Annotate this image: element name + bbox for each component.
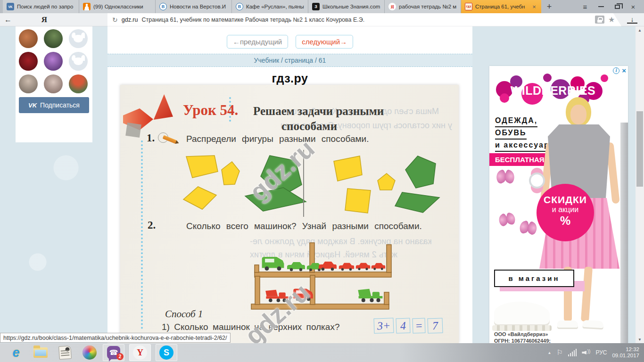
mediaget-sphere-icon[interactable] [81, 344, 98, 361]
site-title: гдз.ру [107, 72, 472, 85]
ad-legal-line2: ОГРН: 1067746062449; [494, 337, 573, 343]
next-page-button[interactable]: следующий→ [296, 35, 353, 49]
viber-taskbar-button[interactable]: ☎ 2 [103, 344, 124, 361]
refresh-icon[interactable]: ↻ [112, 16, 118, 24]
wildberries-brand-text: WILDBERRIES [494, 84, 612, 98]
yandex-logo[interactable]: Я [16, 15, 73, 25]
download-icon[interactable]: ↓ [627, 16, 637, 24]
task1-number: 1. [147, 132, 155, 144]
product-shoe-photo [494, 302, 550, 326]
minimize-button[interactable] [594, 1, 608, 12]
back-button[interactable]: ← [0, 16, 16, 24]
internet-explorer-icon[interactable]: e [8, 344, 25, 361]
minimize-icon [598, 6, 604, 7]
url-page-title: Страница 61, учебник по математике Рабоч… [141, 16, 591, 23]
model-leg [581, 267, 593, 322]
new-tab-button[interactable]: + [541, 0, 557, 13]
avatar[interactable] [44, 74, 63, 93]
tab-yandex-search[interactable]: Я рабочая тетрадь №2 м [385, 0, 461, 13]
skype-icon: S [159, 346, 173, 360]
znanija-favicon-icon: З [312, 3, 320, 10]
language-indicator[interactable]: РУС [595, 349, 607, 356]
tab-odnoklassniki[interactable]: (99) Одноклассники [79, 0, 156, 13]
tab-cafe-ruslan[interactable]: В Кафе «Руслан», пьяны [232, 0, 308, 13]
hidden-icons-expand-icon[interactable]: ▲ [548, 351, 552, 355]
tab-title: Кафе «Руслан», пьяны [246, 4, 304, 9]
tab-znanija[interactable]: З Школьные Знания.com [308, 0, 385, 13]
verstov-favicon-icon: В [159, 3, 167, 10]
tab-title: (99) Одноклассники [93, 4, 151, 9]
notes-app-icon[interactable] [57, 344, 74, 361]
vertical-scrollbar[interactable]: ▲ ▼ [636, 26, 644, 343]
tab-title: Новости на Верстов.И [170, 4, 228, 9]
ad-headline-line2: ОБУВЬ [495, 127, 527, 140]
system-tray: ▲ ⚐ РУС 12:32 09.01.2017 [548, 346, 644, 359]
action-center-flag-icon[interactable]: ⚐ [556, 348, 562, 357]
skype-taskbar-button[interactable]: S [156, 344, 177, 361]
lesson-number: Урок 54. [183, 102, 238, 119]
scroll-down-icon[interactable]: ▼ [636, 336, 644, 343]
discount-line3: % [537, 214, 594, 228]
previous-page-button[interactable]: ←предыдущий [227, 35, 288, 49]
ad-legal-line1: ООО «Вайлдберриз» [494, 331, 573, 337]
address-bar: ← Я ↻ gdz.ru Страница 61, учебник по мат… [0, 13, 644, 26]
restore-button[interactable] [610, 1, 624, 12]
answer-cell: 3+ [373, 318, 394, 333]
tab-verstov-news[interactable]: В Новости на Верстов.И [156, 0, 232, 13]
model-face [570, 105, 586, 124]
tab-vk-search[interactable]: VK Поиск людей по запро [3, 0, 79, 13]
tab-gdz-page-61-active[interactable]: ГДЗ Страница 61, учебн × [461, 0, 541, 13]
avatar[interactable] [44, 29, 63, 48]
browser-tab-bar: VK Поиск людей по запро (99) Одноклассни… [0, 0, 644, 13]
yandex-browser-taskbar-button[interactable]: Y [129, 344, 151, 361]
wildberries-ad-banner[interactable]: i × WILDBERRIES ОДЕЖДА, ОБУВЬ и аксессуа… [489, 66, 628, 343]
ad-legal-text: ООО «Вайлдберриз» ОГРН: 1067746062449; 1… [494, 331, 573, 343]
vk-logo-icon: VK [28, 102, 37, 109]
shop-button[interactable]: в магазин [494, 270, 574, 287]
workbook-page-image: Миша съел одну грушу, а Коля 3 груши у н… [120, 85, 459, 343]
url-field[interactable]: ↻ gdz.ru Страница 61, учебник по математ… [107, 13, 621, 26]
ad-headline-line1: ОДЕЖДА, [495, 115, 537, 127]
url-host: gdz.ru [122, 16, 138, 23]
photo-backdrop [620, 123, 628, 343]
avatar-placeholder-dog-icon[interactable] [69, 52, 88, 71]
avatar[interactable] [19, 29, 38, 48]
discount-line2: и акции [537, 206, 594, 214]
ad-close-icon[interactable]: × [622, 67, 626, 74]
avatar[interactable] [19, 74, 38, 93]
model-shoe [583, 320, 604, 328]
verstov-favicon-icon: В [236, 3, 243, 10]
bookmark-star-icon[interactable]: ★ [608, 15, 617, 24]
avatar-placeholder-dog-icon[interactable] [69, 29, 88, 48]
network-signal-icon[interactable] [568, 349, 577, 356]
avatar[interactable] [44, 52, 63, 71]
close-window-button[interactable]: × [626, 1, 640, 12]
scroll-up-icon[interactable]: ▲ [636, 26, 644, 34]
clock-date: 09.01.2017 [612, 353, 639, 359]
yandex-favicon-icon: Я [388, 3, 396, 10]
scrollbar-thumb[interactable] [636, 111, 643, 187]
tab-close-icon[interactable]: × [531, 3, 537, 10]
status-url-tooltip: https://gdz.ru/book/class-1/matematika/u… [0, 333, 231, 343]
avatar[interactable] [19, 52, 38, 71]
window-controls: ≡ × [578, 0, 644, 13]
file-explorer-icon[interactable] [32, 344, 49, 361]
tab-title: Поиск людей по запро [17, 4, 75, 9]
ad-info-icon[interactable]: i [613, 67, 619, 74]
security-padlock-icon[interactable] [595, 16, 604, 24]
handwritten-answer: 3+ 4 = 7 [374, 318, 443, 333]
model-shoe [557, 321, 578, 328]
clock[interactable]: 12:32 09.01.2017 [612, 346, 639, 359]
lesson-title-line1: Решаем задачи разными [253, 105, 384, 118]
tab-title: Страница 61, учебн [475, 4, 528, 9]
butterfly-brooch [496, 171, 515, 187]
vk-subscribe-button[interactable]: VK Подписаться [19, 97, 89, 113]
red-sail-decoration [153, 94, 173, 120]
browser-menu-icon[interactable]: ≡ [578, 1, 592, 12]
task1-text: Распредели фигуры разными способами. [186, 134, 369, 144]
gray-square-decoration [125, 123, 141, 138]
avatar[interactable] [69, 74, 88, 93]
volume-icon[interactable] [582, 349, 590, 356]
yandex-browser-icon: Y [133, 346, 147, 360]
breadcrumb[interactable]: Учебник / страница / 61 [107, 54, 472, 67]
